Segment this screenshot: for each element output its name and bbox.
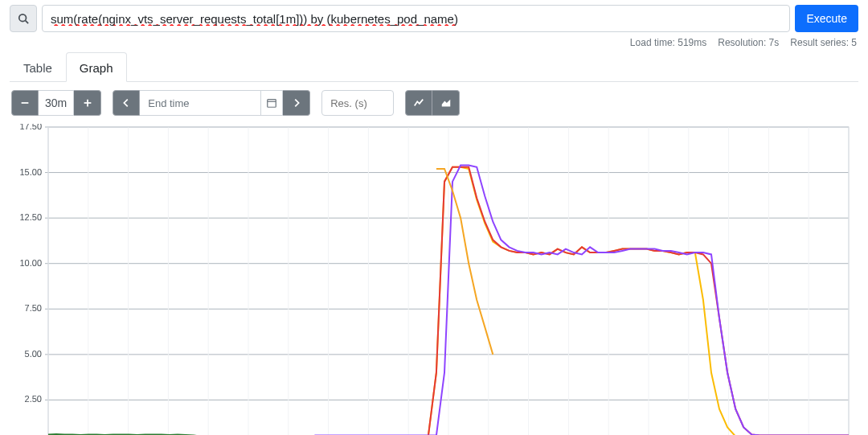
resolution-input[interactable] bbox=[321, 90, 394, 116]
load-time-label: Load time: 519ms bbox=[630, 37, 706, 48]
minus-icon bbox=[19, 97, 31, 109]
end-time-picker-button[interactable] bbox=[260, 90, 283, 116]
time-forward-button[interactable] bbox=[283, 90, 310, 116]
range-decrease-button[interactable] bbox=[11, 90, 39, 116]
line-chart-button[interactable] bbox=[405, 90, 432, 116]
time-nav-group bbox=[113, 90, 310, 116]
svg-text:17.50: 17.50 bbox=[19, 124, 42, 131]
area-chart-icon bbox=[440, 97, 452, 109]
svg-rect-5 bbox=[268, 100, 276, 108]
execute-button[interactable]: Execute bbox=[795, 5, 858, 32]
plus-icon bbox=[82, 97, 93, 109]
chevron-left-icon bbox=[121, 97, 132, 109]
chevron-right-icon bbox=[291, 97, 302, 109]
chart-mode-group bbox=[405, 90, 460, 116]
promql-query-input[interactable] bbox=[42, 5, 790, 32]
svg-line-1 bbox=[26, 21, 29, 24]
stacked-chart-button[interactable] bbox=[432, 90, 460, 116]
calendar-icon bbox=[266, 97, 277, 109]
search-icon bbox=[18, 13, 29, 24]
resolution-label: Resolution: 7s bbox=[718, 37, 779, 48]
svg-text:2.50: 2.50 bbox=[25, 394, 42, 404]
chart-area[interactable]: 0.002.505.007.5010.0012.5015.0017.50 bbox=[14, 124, 854, 435]
tab-table[interactable]: Table bbox=[10, 52, 66, 82]
line-chart: 0.002.505.007.5010.0012.5015.0017.50 bbox=[14, 124, 854, 435]
end-time-input[interactable] bbox=[140, 90, 260, 116]
line-chart-icon bbox=[413, 97, 424, 109]
svg-text:7.50: 7.50 bbox=[25, 303, 42, 313]
svg-text:12.50: 12.50 bbox=[19, 212, 42, 222]
svg-marker-7 bbox=[441, 100, 450, 107]
search-icon-button[interactable] bbox=[10, 5, 37, 32]
tab-graph[interactable]: Graph bbox=[66, 52, 127, 82]
time-back-button[interactable] bbox=[113, 90, 140, 116]
time-range-group: 30m bbox=[11, 90, 101, 116]
svg-text:10.00: 10.00 bbox=[19, 258, 42, 268]
result-series-label: Result series: 5 bbox=[790, 37, 857, 48]
range-increase-button[interactable] bbox=[74, 90, 101, 116]
range-value-button[interactable]: 30m bbox=[39, 90, 74, 116]
svg-point-0 bbox=[19, 14, 27, 22]
svg-text:15.00: 15.00 bbox=[19, 167, 42, 177]
svg-text:5.00: 5.00 bbox=[25, 349, 42, 359]
